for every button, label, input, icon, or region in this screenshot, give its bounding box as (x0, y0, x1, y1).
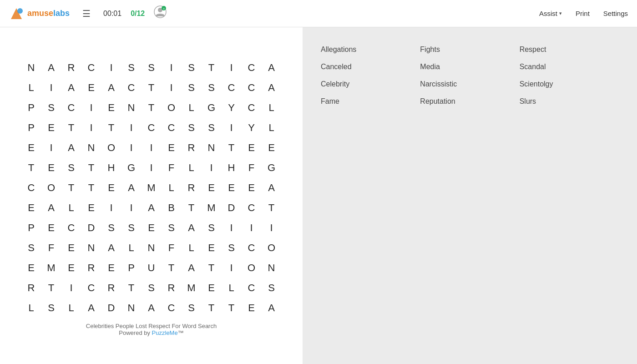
grid-cell[interactable]: E (21, 258, 41, 278)
grid-cell[interactable]: E (61, 238, 81, 258)
grid-cell[interactable]: S (182, 78, 202, 98)
grid-cell[interactable]: S (121, 58, 142, 78)
grid-cell[interactable]: I (61, 278, 81, 298)
grid-cell[interactable]: S (202, 118, 222, 138)
grid-cell[interactable]: O (41, 178, 61, 198)
grid-cell[interactable]: E (242, 298, 262, 318)
grid-cell[interactable]: T (101, 118, 121, 138)
grid-cell[interactable]: L (61, 198, 81, 218)
grid-cell[interactable]: T (61, 178, 81, 198)
grid-cell[interactable]: E (61, 258, 81, 278)
grid-cell[interactable]: S (202, 218, 222, 238)
grid-cell[interactable]: A (61, 78, 81, 98)
grid-cell[interactable]: L (222, 278, 242, 298)
grid-cell[interactable]: L (262, 98, 282, 118)
grid-cell[interactable]: E (142, 218, 162, 238)
grid-cell[interactable]: S (262, 278, 282, 298)
grid-cell[interactable]: R (162, 278, 182, 298)
grid-cell[interactable]: T (222, 298, 242, 318)
grid-cell[interactable]: H (222, 158, 242, 178)
grid-cell[interactable]: T (81, 158, 101, 178)
grid-cell[interactable]: I (101, 58, 121, 78)
grid-cell[interactable]: T (262, 198, 282, 218)
grid-cell[interactable]: T (222, 138, 242, 158)
grid-cell[interactable]: Y (242, 118, 262, 138)
grid-cell[interactable]: I (81, 98, 101, 118)
grid-cell[interactable]: L (182, 158, 202, 178)
grid-cell[interactable]: A (101, 238, 121, 258)
grid-cell[interactable]: E (262, 138, 282, 158)
grid-cell[interactable]: E (21, 198, 41, 218)
grid-cell[interactable]: N (202, 138, 222, 158)
grid-cell[interactable]: E (202, 238, 222, 258)
grid-cell[interactable]: P (121, 258, 142, 278)
grid-cell[interactable]: R (182, 138, 202, 158)
grid-cell[interactable]: C (142, 118, 162, 138)
grid-cell[interactable]: L (61, 298, 81, 318)
assist-button[interactable]: Assist ▾ (539, 10, 562, 17)
grid-cell[interactable]: T (182, 198, 202, 218)
grid-cell[interactable]: E (101, 258, 121, 278)
grid-cell[interactable]: Y (222, 98, 242, 118)
grid-cell[interactable]: I (41, 78, 61, 98)
grid-cell[interactable]: C (61, 98, 81, 118)
grid-cell[interactable]: E (242, 178, 262, 198)
grid-cell[interactable]: F (162, 238, 182, 258)
grid-cell[interactable]: T (41, 278, 61, 298)
grid-cell[interactable]: I (262, 218, 282, 238)
grid-cell[interactable]: R (61, 58, 81, 78)
grid-cell[interactable]: M (41, 258, 61, 278)
grid-cell[interactable]: O (162, 98, 182, 118)
grid-cell[interactable]: I (222, 258, 242, 278)
grid-cell[interactable]: N (142, 238, 162, 258)
grid-cell[interactable]: C (242, 238, 262, 258)
grid-cell[interactable]: E (202, 178, 222, 198)
grid-cell[interactable]: S (182, 58, 202, 78)
grid-cell[interactable]: A (182, 218, 202, 238)
grid-cell[interactable]: R (101, 278, 121, 298)
grid-cell[interactable]: A (61, 138, 81, 158)
grid-cell[interactable]: T (142, 98, 162, 118)
grid-cell[interactable]: G (202, 98, 222, 118)
grid-cell[interactable]: L (121, 238, 142, 258)
grid-cell[interactable]: T (121, 278, 142, 298)
word-search-grid[interactable]: NARCISSISTICALIAEACTISSCCAPSCIENTOLGYCLP… (21, 58, 282, 318)
grid-cell[interactable]: A (142, 198, 162, 218)
grid-cell[interactable]: P (21, 118, 41, 138)
grid-cell[interactable]: I (142, 158, 162, 178)
grid-cell[interactable]: N (121, 298, 142, 318)
grid-cell[interactable]: E (41, 218, 61, 238)
grid-cell[interactable]: D (101, 298, 121, 318)
grid-cell[interactable]: G (262, 158, 282, 178)
grid-cell[interactable]: D (81, 218, 101, 238)
grid-cell[interactable]: I (101, 198, 121, 218)
grid-cell[interactable]: A (41, 198, 61, 218)
grid-cell[interactable]: E (101, 178, 121, 198)
grid-cell[interactable]: P (21, 98, 41, 118)
grid-cell[interactable]: S (41, 98, 61, 118)
grid-cell[interactable]: T (21, 158, 41, 178)
grid-cell[interactable]: A (262, 58, 282, 78)
grid-cell[interactable]: C (61, 218, 81, 238)
grid-cell[interactable]: E (81, 78, 101, 98)
grid-cell[interactable]: C (242, 98, 262, 118)
grid-cell[interactable]: R (81, 258, 101, 278)
grid-cell[interactable]: C (162, 118, 182, 138)
grid-cell[interactable]: A (182, 258, 202, 278)
grid-cell[interactable]: S (61, 158, 81, 178)
grid-cell[interactable]: C (242, 78, 262, 98)
grid-cell[interactable]: A (121, 178, 142, 198)
grid-cell[interactable]: N (81, 138, 101, 158)
grid-cell[interactable]: T (202, 298, 222, 318)
grid-cell[interactable]: C (21, 178, 41, 198)
grid-cell[interactable]: T (202, 58, 222, 78)
grid-cell[interactable]: S (142, 58, 162, 78)
grid-cell[interactable]: U (142, 258, 162, 278)
grid-cell[interactable]: C (81, 58, 101, 78)
grid-cell[interactable]: S (162, 218, 182, 238)
grid-cell[interactable]: E (242, 138, 262, 158)
grid-cell[interactable]: T (142, 78, 162, 98)
grid-cell[interactable]: T (81, 178, 101, 198)
grid-cell[interactable]: B (162, 198, 182, 218)
grid-cell[interactable]: I (81, 118, 101, 138)
